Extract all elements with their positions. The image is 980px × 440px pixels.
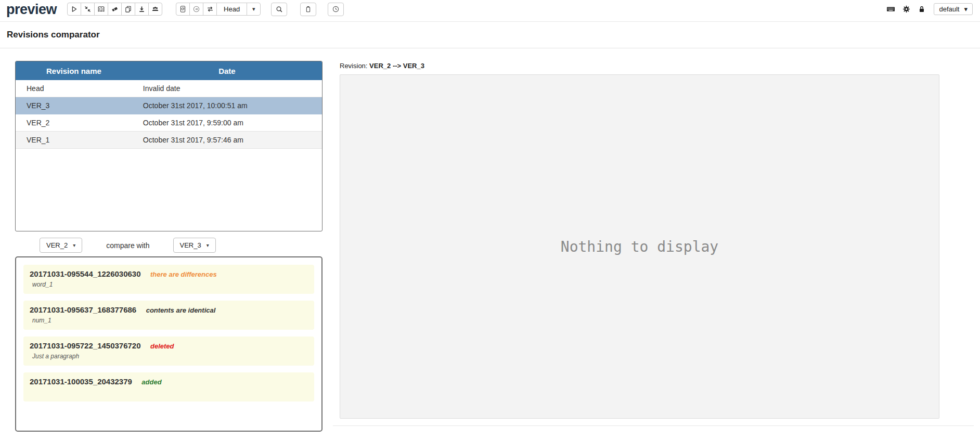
diff-item-subtitle: num_1	[30, 317, 308, 325]
column-header-date: Date	[132, 61, 322, 80]
compare-with-label: compare with	[106, 241, 149, 250]
play-icon	[70, 5, 78, 13]
toolbar-group-revision: Head ▾	[176, 3, 261, 16]
revision-name-cell: Head	[16, 80, 132, 97]
divider	[333, 425, 974, 426]
caret-down-icon: ▾	[252, 6, 255, 12]
page-title: Revisions comparator	[7, 30, 980, 40]
diff-preview-panel: Nothing to display	[340, 74, 939, 419]
diff-item-status: contents are identical	[146, 306, 216, 314]
compress-button[interactable]	[81, 3, 95, 16]
book-button[interactable]	[94, 3, 108, 16]
revision-name-cell: VER_1	[16, 132, 132, 149]
compress-icon	[84, 5, 92, 13]
empty-message: Nothing to display	[561, 238, 718, 255]
app-logo: preview	[6, 1, 57, 18]
table-header-row: Revision name Date	[16, 61, 322, 80]
lock-button[interactable]	[916, 4, 927, 15]
circle-arrow-button[interactable]	[189, 3, 203, 16]
profile-select-value: default	[939, 5, 959, 13]
revision-date-cell: October 31st 2017, 9:59:00 am	[132, 114, 322, 132]
compare-left-value: VER_2	[46, 241, 68, 249]
diff-list-item[interactable]: 20171031-095544_1226030630 there are dif…	[23, 265, 314, 294]
revision-date-cell: October 31st 2017, 9:57:46 am	[132, 132, 322, 149]
play-button[interactable]	[67, 3, 81, 16]
circle-arrow-icon	[192, 5, 200, 13]
compare-right-value: VER_3	[180, 241, 201, 249]
diff-item-status: deleted	[150, 342, 174, 350]
document-refresh-button[interactable]	[176, 3, 190, 16]
compare-right-select[interactable]: VER_3 ▾	[173, 238, 216, 253]
clock-button[interactable]	[328, 3, 344, 16]
swap-icon	[206, 5, 214, 13]
diff-item-id: 20171031-095544_1226030630	[30, 269, 141, 278]
table-row[interactable]: Head Invalid date	[16, 80, 322, 97]
keyboard-button[interactable]	[885, 4, 896, 15]
download-icon	[138, 5, 146, 13]
diff-item-status: added	[141, 378, 161, 386]
head-select-caret-button[interactable]: ▾	[247, 3, 261, 16]
topbar: preview	[0, 0, 980, 22]
divider	[0, 48, 980, 48]
table-row[interactable]: VER_2 October 31st 2017, 9:59:00 am	[16, 114, 322, 132]
caret-down-icon: ▾	[964, 5, 968, 13]
revisions-table-panel: Revision name Date Head Invalid date VER…	[15, 61, 323, 231]
lock-icon	[918, 5, 926, 14]
download-button[interactable]	[135, 3, 149, 16]
trash-button[interactable]	[300, 3, 316, 16]
copy-icon	[124, 5, 132, 13]
document-refresh-icon	[179, 5, 187, 13]
clock-icon	[332, 5, 340, 13]
eraser-button[interactable]	[108, 3, 122, 16]
eraser-icon	[111, 5, 119, 13]
gear-icon	[902, 5, 911, 14]
settings-button[interactable]	[900, 4, 912, 15]
diff-list-item[interactable]: 20171031-100035_20432379 added	[23, 372, 314, 402]
diff-list-item[interactable]: 20171031-095637_168377686 contents are i…	[23, 301, 314, 330]
trash-icon	[304, 5, 312, 13]
diff-list-panel: 20171031-095544_1226030630 there are dif…	[15, 256, 323, 432]
revision-caption: Revision: VER_2 --> VER_3	[340, 62, 424, 70]
profile-select[interactable]: default ▾	[934, 3, 973, 15]
diff-list-item[interactable]: 20171031-095722_1450376720 deleted Just …	[23, 337, 314, 366]
revision-caption-value: VER_2 --> VER_3	[369, 62, 424, 70]
copy-button[interactable]	[121, 3, 135, 16]
book-icon	[97, 5, 105, 13]
diff-item-id: 20171031-095637_168377686	[30, 305, 136, 314]
caret-down-icon: ▾	[73, 242, 75, 248]
column-header-revision-name: Revision name	[16, 61, 132, 80]
diff-item-subtitle: Just a paragraph	[30, 353, 308, 360]
search-button[interactable]	[271, 3, 287, 16]
head-select[interactable]: Head	[216, 3, 247, 16]
compare-row: VER_2 ▾ compare with VER_3 ▾	[15, 238, 323, 253]
diff-item-id: 20171031-095722_1450376720	[30, 341, 141, 350]
users-icon	[151, 5, 159, 13]
search-icon	[275, 5, 283, 14]
revisions-table: Revision name Date Head Invalid date VER…	[16, 61, 322, 149]
toolbar-group-main	[67, 3, 162, 16]
diff-item-status: there are differences	[150, 270, 217, 278]
keyboard-icon	[886, 4, 896, 14]
diff-item-id: 20171031-100035_20432379	[30, 377, 132, 386]
swap-button[interactable]	[203, 3, 217, 16]
diff-item-subtitle: word_1	[30, 281, 308, 289]
revision-name-cell: VER_2	[16, 114, 132, 132]
revision-name-cell: VER_3	[16, 97, 132, 114]
users-button[interactable]	[148, 3, 162, 16]
table-row-selected[interactable]: VER_3 October 31st 2017, 10:00:51 am	[16, 97, 322, 114]
head-select-value: Head	[224, 5, 240, 13]
compare-left-select[interactable]: VER_2 ▾	[40, 238, 82, 253]
diff-item-subtitle	[30, 389, 308, 396]
caret-down-icon: ▾	[207, 242, 209, 248]
revision-date-cell: October 31st 2017, 10:00:51 am	[132, 97, 322, 114]
revision-date-cell: Invalid date	[132, 80, 322, 97]
revision-caption-label: Revision:	[340, 62, 367, 70]
table-row[interactable]: VER_1 October 31st 2017, 9:57:46 am	[16, 132, 322, 149]
